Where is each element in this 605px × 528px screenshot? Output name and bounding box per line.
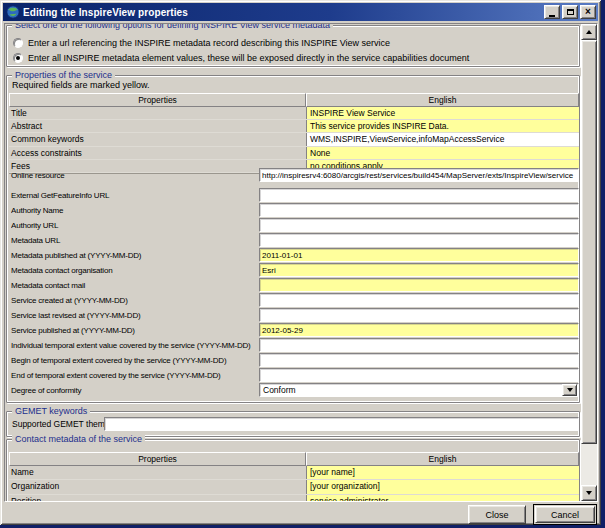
property-value-cell[interactable]: None	[306, 147, 579, 159]
globe-icon	[6, 5, 20, 19]
close-button[interactable]: Close	[468, 505, 526, 524]
scroll-up-button[interactable]	[581, 24, 597, 40]
scrollbar-thumb[interactable]	[581, 40, 597, 444]
contact-value-cell[interactable]: [your organization]	[306, 480, 579, 493]
degree-of-conformity-select[interactable]: Conform	[259, 383, 579, 397]
property-input-row: Authority Name	[7, 203, 581, 218]
close-icon: ×	[585, 7, 591, 17]
dialog-content: Select one of the following options for …	[5, 24, 582, 501]
property-input-row: Authority URL	[7, 218, 581, 233]
property-label: Service last revised at (YYYY-MM-DD)	[11, 309, 257, 322]
property-input-row: Metadata contact organisation	[7, 263, 581, 278]
property-label: Common keywords	[11, 133, 84, 145]
dialog-footer: Close Cancel	[0, 502, 601, 525]
property-label: Online resource	[11, 169, 257, 182]
property-input-row: Metadata contact mail	[7, 278, 581, 293]
table-header: Properties English	[7, 452, 581, 466]
property-text-input[interactable]	[259, 293, 579, 307]
property-label: Title	[11, 107, 27, 119]
property-label: Degree of conformity	[11, 384, 257, 397]
property-text-input[interactable]	[259, 263, 579, 277]
property-value-cell[interactable]: This service provides INSPIRE Data.	[306, 120, 579, 132]
property-row: Abstract This service provides INSPIRE D…	[9, 120, 579, 133]
contact-group-title: Contact metadata of the service	[12, 434, 145, 445]
contact-value-cell[interactable]: [your name]	[306, 466, 579, 479]
property-text-input[interactable]	[259, 338, 579, 352]
property-label: Metadata contact organisation	[11, 264, 257, 277]
property-text-input[interactable]	[259, 233, 579, 247]
contact-value-cell[interactable]: service administrator	[306, 495, 579, 501]
default-button-ring: Cancel	[533, 504, 597, 525]
property-text-input[interactable]	[259, 278, 579, 292]
options-group-title: Select one of the following options for …	[12, 24, 333, 31]
dropdown-button[interactable]	[562, 384, 577, 396]
properties-column-header: Properties	[9, 93, 306, 107]
property-input-row: Individual temporal extent value covered…	[7, 338, 581, 353]
property-text-input[interactable]	[259, 203, 579, 217]
service-properties-groupbox: Properties of the service Required field…	[6, 75, 580, 403]
titlebar: Editing the InspireView properties ×	[3, 3, 598, 21]
property-input-row: Service last revised at (YYYY-MM-DD)	[7, 308, 581, 323]
scroll-down-button[interactable]	[581, 485, 597, 501]
selected-option: Conform	[260, 384, 562, 396]
property-text-input[interactable]	[259, 323, 579, 337]
radio-option[interactable]: Enter a url referencing the INSPIRE meta…	[13, 37, 390, 49]
property-text-input[interactable]	[259, 188, 579, 202]
table-header: Properties English	[7, 93, 581, 107]
property-label: Abstract	[11, 120, 42, 132]
property-row: Common keywords WMS,INSPIRE,ViewService,…	[9, 133, 579, 146]
property-label: Service published at (YYYY-MM-DD)	[11, 324, 257, 337]
english-column-header: English	[306, 93, 579, 107]
property-label: End of temporal extent covered by the se…	[11, 369, 257, 382]
vertical-scrollbar[interactable]	[581, 24, 597, 501]
gemet-themes-label: Supported GEMET themes	[12, 419, 114, 429]
contact-row: Organization [your organization]	[9, 480, 579, 494]
contact-rows-table: Name [your name] Organization [your orga…	[9, 466, 579, 501]
property-label: Metadata URL	[11, 234, 257, 247]
degree-of-conformity-row: Degree of conformity Conform	[7, 383, 581, 398]
minimize-button[interactable]	[544, 5, 560, 19]
cancel-button[interactable]: Cancel	[535, 506, 595, 523]
property-input-row: Service created at (YYYY-MM-DD)	[7, 293, 581, 308]
property-input-row: External GetFeatureInfo URL	[7, 188, 581, 203]
property-text-input[interactable]	[259, 368, 579, 382]
property-text-input[interactable]	[259, 218, 579, 232]
property-input-row: Begin of temporal extent covered by the …	[7, 353, 581, 368]
radio-button-icon	[13, 38, 23, 48]
close-window-button[interactable]: ×	[580, 5, 596, 19]
gemet-themes-input[interactable]	[104, 417, 579, 431]
contact-label: Position	[11, 495, 41, 501]
property-label: Service created at (YYYY-MM-DD)	[11, 294, 257, 307]
property-text-input[interactable]	[259, 248, 579, 262]
property-text-input[interactable]	[259, 353, 579, 367]
options-groupbox: Select one of the following options for …	[6, 25, 580, 67]
static-rows-table: Title INSPIRE View Service Abstract This…	[9, 107, 579, 174]
input-rows-table: Online resource External GetFeatureInfo …	[7, 168, 581, 383]
property-label: Access constraints	[11, 147, 82, 159]
radio-button-icon	[13, 53, 23, 63]
english-column-header: English	[306, 452, 579, 466]
radio-option[interactable]: Enter all INSPIRE metadata element value…	[13, 52, 469, 64]
property-text-input[interactable]	[259, 308, 579, 322]
dialog-window: Editing the InspireView properties × Sel…	[0, 0, 601, 525]
scroll-viewport: Select one of the following options for …	[4, 23, 598, 502]
property-label: Authority Name	[11, 204, 257, 217]
property-input-row: Metadata published at (YYYY-MM-DD)	[7, 248, 581, 263]
maximize-button[interactable]	[562, 5, 578, 19]
property-label: Begin of temporal extent covered by the …	[11, 354, 257, 367]
property-value-cell[interactable]: WMS,INSPIRE,ViewService,infoMapAccessSer…	[306, 133, 579, 145]
property-value-cell[interactable]: INSPIRE View Service	[306, 107, 579, 119]
property-input-row: End of temporal extent covered by the se…	[7, 368, 581, 383]
arrow-down-icon	[586, 491, 592, 495]
property-label: External GetFeatureInfo URL	[11, 189, 257, 202]
property-label: Individual temporal extent value covered…	[11, 339, 257, 352]
radio-option-label: Enter all INSPIRE metadata element value…	[28, 53, 469, 63]
properties-column-header: Properties	[9, 452, 306, 466]
window-title: Editing the InspireView properties	[23, 7, 544, 18]
property-input-row: Service published at (YYYY-MM-DD)	[7, 323, 581, 338]
property-text-input[interactable]	[259, 168, 579, 182]
property-row: Access constraints None	[9, 147, 579, 160]
contact-row: Position service administrator	[9, 495, 579, 501]
chevron-down-icon	[567, 388, 573, 392]
arrow-up-icon	[586, 30, 592, 34]
